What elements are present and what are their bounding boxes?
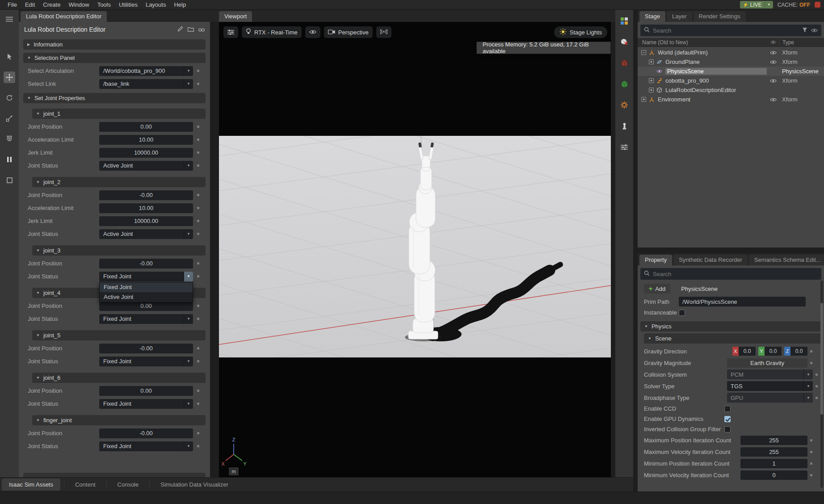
camera-button[interactable]: Perspective <box>324 26 373 38</box>
tab-property[interactable]: Property <box>639 255 672 265</box>
chevron-down-icon[interactable]: ▼ <box>765 1 773 8</box>
reset-default-dot[interactable] <box>810 462 812 465</box>
section-selection-panel[interactable]: ▼ Selection Panel <box>23 53 206 63</box>
reset-default-dot[interactable] <box>810 451 812 453</box>
reset-default-dot[interactable] <box>197 151 199 154</box>
reset-default-dot[interactable] <box>816 385 818 387</box>
section-physics[interactable]: ▼ Physics <box>640 321 821 332</box>
collision-system-dropdown[interactable]: PCM ▼ <box>727 370 813 379</box>
joint-status-dropdown[interactable]: Fixed Joint ▼ <box>99 357 193 366</box>
joint-status-dropdown[interactable]: Active Joint ▼ <box>99 229 193 239</box>
live-button[interactable]: ⚡ LIVE ▼ <box>740 1 773 8</box>
stop-icon[interactable] <box>4 174 15 186</box>
reset-default-dot[interactable] <box>810 350 812 353</box>
expand-toggle-icon[interactable]: + <box>649 59 654 64</box>
red-cube-icon[interactable] <box>618 57 630 69</box>
stage-row-groundplane[interactable]: +GroundPlaneXform <box>638 57 824 67</box>
joint-status-dropdown[interactable]: Fixed Joint ▼ <box>99 314 193 324</box>
chevron-down-icon[interactable]: ▼ <box>184 399 193 409</box>
reset-default-dot[interactable] <box>197 233 199 235</box>
joint-status-dropdown[interactable]: Active Joint ▼ <box>99 161 193 171</box>
move-tool-icon[interactable] <box>4 71 15 83</box>
snap-tool-icon[interactable] <box>4 133 15 145</box>
value-field[interactable]: -0.00 <box>99 190 193 200</box>
joint-section-header[interactable]: ▼ joint_1 <box>32 109 206 119</box>
chevron-down-icon[interactable]: ▼ <box>184 441 193 451</box>
chevron-down-icon[interactable]: ▼ <box>184 161 193 171</box>
reset-default-dot[interactable] <box>197 126 199 128</box>
green-cube-icon[interactable] <box>618 78 630 90</box>
joint-section-header[interactable]: ▼ joint_5 <box>32 330 206 340</box>
tab-semantics-schema-editor[interactable]: Semantics Schema Edit... <box>749 255 824 265</box>
chevron-down-icon[interactable]: ▼ <box>184 229 193 239</box>
chevron-down-icon[interactable]: ▼ <box>184 66 193 76</box>
chevron-down-icon[interactable]: ▼ <box>803 381 813 391</box>
value-field[interactable]: 0.00 <box>99 122 193 132</box>
menu-item-layouts[interactable]: Layouts <box>142 0 170 9</box>
viewport-canvas[interactable]: Z X Y m RTX - Real-Time <box>219 22 611 477</box>
viewport-3d-scene[interactable]: Z X Y m <box>219 22 611 477</box>
reset-default-dot[interactable] <box>197 275 199 277</box>
bottom-tab-console[interactable]: Console <box>110 479 146 491</box>
tab-synthetic-data-recorder[interactable]: Synthetic Data Recorder <box>673 255 748 265</box>
chevron-down-icon[interactable]: ▼ <box>803 370 813 379</box>
waveform-button[interactable] <box>376 26 391 38</box>
tab-viewport[interactable]: Viewport <box>219 11 252 22</box>
articulation-dropdown[interactable]: /World/cobotta_pro_900 ▼ <box>99 66 193 76</box>
expand-toggle-icon[interactable]: + <box>649 88 654 92</box>
reset-default-dot[interactable] <box>197 70 199 72</box>
bottom-tab-content[interactable]: Content <box>68 479 103 491</box>
reset-default-dot[interactable] <box>197 194 199 196</box>
reset-default-dot[interactable] <box>197 360 199 362</box>
joint-section-header[interactable]: ▼ joint_3 <box>32 245 206 256</box>
bottom-tab-isaac-sim-assets[interactable]: Isaac Sim Assets <box>2 479 60 491</box>
property-search-input[interactable] <box>653 271 818 277</box>
visibility-eye-icon[interactable] <box>767 79 779 83</box>
joint-section-header[interactable]: ▼ joint_6 <box>32 373 206 383</box>
menu-item-help[interactable]: Help <box>170 0 190 9</box>
chevron-down-icon[interactable]: ▼ <box>184 272 193 281</box>
gravity-magnitude-field[interactable]: Earth Gravity <box>727 358 807 368</box>
joint-status-dropdown[interactable]: Fixed Joint ▼ <box>99 272 193 281</box>
value-field[interactable]: -0.00 <box>99 344 193 353</box>
gear-icon[interactable] <box>618 99 630 111</box>
gravity-x-field[interactable]: 0.0 <box>739 347 756 356</box>
menu-item-create[interactable]: Create <box>39 0 64 9</box>
joint-section-header[interactable]: ▼ joint_2 <box>32 177 206 187</box>
tab-layer[interactable]: Layer <box>667 11 692 22</box>
expand-toggle-icon[interactable]: + <box>649 78 654 83</box>
max-velocity-iteration-field[interactable]: 255 <box>740 447 807 457</box>
gravity-z-field[interactable]: 0.0 <box>790 347 807 356</box>
bottom-tab-simulation-data-visualizer[interactable]: Simulation Data Visualizer <box>153 479 235 491</box>
filter-funnel-icon[interactable] <box>802 27 807 34</box>
sliders-icon[interactable] <box>618 141 630 153</box>
pause-icon[interactable] <box>4 154 15 165</box>
value-field[interactable]: 0.00 <box>99 386 193 396</box>
stage-row-lularobotdescriptioneditor[interactable]: +LulaRobotDescriptionEditor <box>638 85 824 95</box>
menu-item-utilities[interactable]: Utilities <box>115 0 142 9</box>
section-set-joint-properties[interactable]: ▼ Set Joint Properties <box>23 93 206 103</box>
reset-default-dot[interactable] <box>197 207 199 209</box>
stage-row-environment[interactable]: +EnvironmentXform <box>638 95 824 104</box>
menu-item-file[interactable]: File <box>4 0 21 9</box>
joint-status-dropdown[interactable]: Fixed Joint ▼ <box>99 441 193 451</box>
stage-row-cobotta-pro-900[interactable]: +cobotta_pro_900Xform <box>638 76 824 85</box>
reset-default-dot[interactable] <box>810 439 812 441</box>
stage-row-world-defaultprim-[interactable]: −World (defaultPrim)Xform <box>638 48 824 57</box>
value-field[interactable]: -0.00 <box>99 259 193 269</box>
reset-default-dot[interactable] <box>197 83 199 85</box>
prim-path-field[interactable]: /World/PhysicsScene <box>679 297 806 307</box>
reset-default-dot[interactable] <box>197 220 199 222</box>
menu-item-edit[interactable]: Edit <box>21 0 39 9</box>
add-button[interactable]: + Add <box>644 284 670 294</box>
reset-default-dot[interactable] <box>810 362 812 364</box>
chevron-down-icon[interactable]: ▼ <box>184 357 193 366</box>
enable-gpu-dynamics-checkbox[interactable] <box>724 416 731 422</box>
reset-default-dot[interactable] <box>197 262 199 265</box>
scale-tool-icon[interactable] <box>4 113 15 124</box>
value-field[interactable]: 10000.00 <box>99 216 193 226</box>
value-field[interactable]: 10.00 <box>99 135 193 145</box>
min-velocity-iteration-field[interactable]: 0 <box>740 470 807 480</box>
value-field[interactable]: 10000.00 <box>99 148 193 158</box>
chevron-down-icon[interactable]: ▼ <box>184 314 193 324</box>
